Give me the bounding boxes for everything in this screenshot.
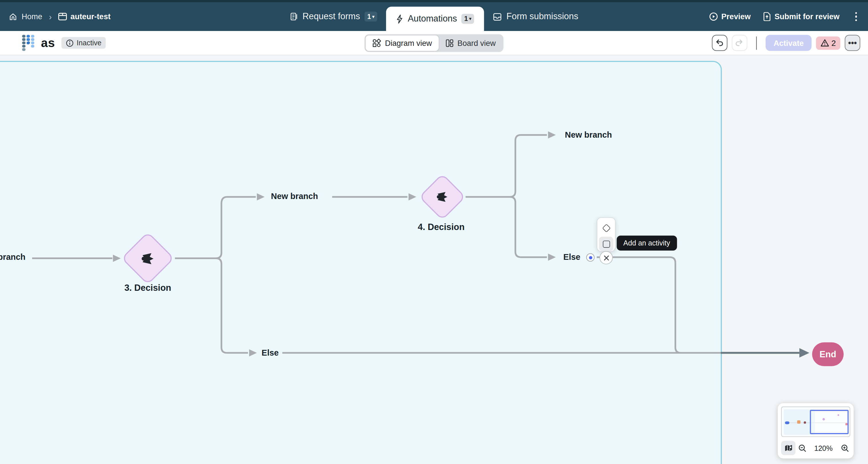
board-view-button[interactable]: Board view: [439, 35, 502, 51]
else-branch-label[interactable]: Else: [248, 348, 292, 357]
info-icon: [66, 39, 74, 47]
decision3-node-label: 3. Decision: [109, 283, 187, 293]
branch-label[interactable]: New branch: [550, 130, 627, 139]
more-options-button[interactable]: •••: [845, 35, 860, 51]
more-menu-kebab-icon[interactable]: [851, 10, 860, 23]
close-icon: [603, 255, 609, 261]
top-actions: Preview Submit for review: [709, 2, 860, 31]
breadcrumb: Home › auteur-test: [9, 2, 111, 31]
board-view-label: Board view: [458, 39, 496, 47]
app-name: as: [41, 36, 55, 50]
end-node[interactable]: End: [812, 342, 844, 366]
minimap-controls: 120%: [778, 441, 854, 455]
diagram-view-icon: [372, 39, 381, 47]
tab-count-badge[interactable]: 1 ▾: [365, 11, 377, 22]
square-shape-icon: [602, 240, 610, 247]
warnings-badge[interactable]: 2: [816, 36, 840, 49]
add-activity-button[interactable]: [599, 237, 613, 251]
activate-button[interactable]: Activate: [766, 35, 811, 51]
zoom-in-icon: [841, 444, 849, 452]
radio-dot: [589, 256, 592, 259]
app: Home › auteur-test Request forms 1 ▾ Aut…: [0, 0, 868, 464]
board-view-icon: [445, 39, 454, 47]
minimap-viewport[interactable]: [810, 410, 848, 434]
tab-count: 1: [367, 12, 371, 20]
top-strip: [0, 0, 868, 2]
diagram-canvas[interactable]: branch New branch Else New branch Else 3…: [0, 55, 868, 464]
form-submissions-icon: [493, 12, 502, 21]
zoom-out-icon: [798, 444, 806, 452]
play-circle-icon: [709, 12, 718, 21]
diagram-view-button[interactable]: Diagram view: [366, 35, 439, 51]
zoom-in-button[interactable]: [838, 441, 851, 455]
zoom-level: 120%: [809, 444, 838, 452]
status-label: Inactive: [76, 39, 101, 47]
redo-button[interactable]: [732, 35, 747, 51]
submit-for-review-button[interactable]: Submit for review: [763, 12, 840, 21]
chevron-down-icon: ▾: [372, 14, 375, 19]
toolbar-left: as Inactive: [22, 31, 106, 55]
add-node-panel: [597, 218, 616, 252]
diagram-view-label: Diagram view: [385, 39, 432, 47]
preview-button[interactable]: Preview: [709, 12, 751, 21]
request-forms-icon: [290, 12, 298, 21]
zoom-out-button[interactable]: [795, 441, 809, 455]
map-icon: [784, 444, 793, 452]
submit-label: Submit for review: [774, 12, 840, 21]
preview-label: Preview: [721, 12, 751, 21]
minimap-toggle-button[interactable]: [781, 441, 795, 455]
breadcrumb-home[interactable]: Home: [22, 12, 42, 21]
tab-form-submissions[interactable]: Form submissions: [484, 2, 587, 31]
tab-request-forms[interactable]: Request forms 1 ▾: [281, 2, 386, 31]
redo-icon: [735, 38, 744, 47]
board-card-icon: [58, 12, 67, 20]
tab-label: Automations: [408, 14, 457, 24]
undo-button[interactable]: [712, 35, 727, 51]
close-panel-button[interactable]: [600, 251, 613, 264]
minimap-start-node: [785, 422, 789, 424]
status-badge: Inactive: [62, 37, 106, 49]
breadcrumb-separator-icon: ›: [47, 12, 54, 21]
tab-count: 1: [464, 15, 468, 23]
undo-icon: [715, 38, 724, 47]
diamond-shape-icon: [602, 224, 611, 232]
automations-bolt-icon: [396, 14, 403, 24]
minimap-step-node: [804, 422, 806, 424]
tooltip: Add an activity: [617, 236, 677, 251]
minimap-preview[interactable]: [781, 406, 850, 437]
decision4-node-label: 4. Decision: [402, 222, 480, 232]
truncated-branch-label: branch: [0, 252, 26, 262]
minimap-step-node: [797, 421, 801, 424]
home-icon: [9, 12, 17, 21]
add-decision-button[interactable]: [599, 221, 613, 235]
tab-label: Form submissions: [506, 11, 578, 22]
chevron-down-icon: ▾: [469, 16, 472, 22]
breadcrumb-project-label: auteur-test: [71, 12, 111, 21]
warning-count: 2: [832, 38, 836, 47]
branch-insert-point[interactable]: [586, 253, 594, 262]
top-bar: Home › auteur-test Request forms 1 ▾ Aut…: [0, 0, 868, 31]
decision-branch-icon: [141, 251, 155, 266]
tab-automations[interactable]: Automations 1 ▾: [386, 7, 484, 31]
app-logo-icon: [22, 35, 34, 51]
warning-triangle-icon: [820, 39, 829, 47]
minimap: 120%: [778, 403, 854, 459]
toolbar-divider: [756, 36, 757, 49]
toolbar-right: Activate 2 •••: [712, 31, 860, 55]
submit-doc-icon: [763, 12, 771, 21]
breadcrumb-project[interactable]: auteur-test: [58, 12, 111, 21]
tab-label: Request forms: [303, 11, 360, 22]
toolbar: as Inactive Diagram view Board view: [0, 31, 868, 55]
decision-branch-icon: [436, 190, 449, 203]
module-tabs: Request forms 1 ▾ Automations 1 ▾ Form s…: [281, 2, 587, 31]
branch-label[interactable]: New branch: [256, 191, 333, 201]
tab-count-badge[interactable]: 1 ▾: [462, 14, 474, 24]
view-toggle: Diagram view Board view: [365, 34, 503, 52]
